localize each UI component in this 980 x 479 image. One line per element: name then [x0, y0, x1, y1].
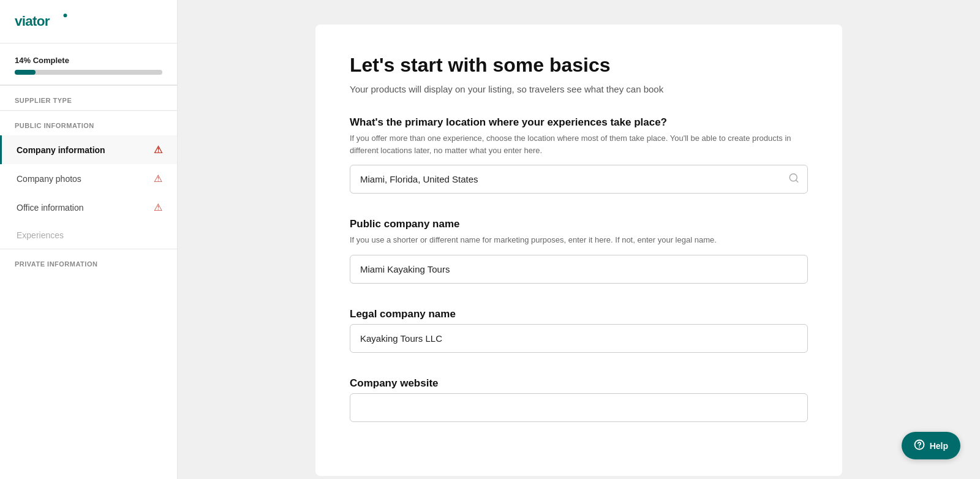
svg-text:viator: viator [15, 13, 50, 29]
location-input[interactable] [350, 165, 808, 194]
progress-bar-background [15, 70, 162, 75]
location-field-section: What's the primary location where your e… [350, 116, 808, 194]
legal-company-name-field-section: Legal company name [350, 308, 808, 353]
company-website-field-section: Company website [350, 377, 808, 422]
public-company-name-input[interactable] [350, 255, 808, 284]
warning-icon-office-information: ⚠ [154, 202, 162, 213]
company-website-input-wrapper [350, 393, 808, 422]
sidebar-item-company-information[interactable]: Company information ⚠ [0, 135, 177, 164]
sidebar: viator 14% Complete SUPPLIER TYPE PUBLIC… [0, 0, 178, 479]
sidebar-item-label-company-information: Company information [17, 145, 105, 155]
private-info-header: PRIVATE INFORMATION [0, 249, 177, 274]
main-content: Let's start with some basics Your produc… [178, 0, 980, 479]
help-button[interactable]: Help [902, 432, 960, 459]
sidebar-item-label-company-photos: Company photos [17, 174, 81, 184]
page-title: Let's start with some basics [350, 54, 808, 77]
form-card: Let's start with some basics Your produc… [315, 25, 842, 476]
svg-point-1 [64, 13, 67, 17]
public-company-name-field-section: Public company name If you use a shorter… [350, 218, 808, 284]
legal-company-name-input[interactable] [350, 324, 808, 353]
sidebar-item-office-information[interactable]: Office information ⚠ [0, 193, 177, 222]
public-info-header: PUBLIC INFORMATION [0, 111, 177, 135]
question-circle-icon [914, 439, 925, 452]
sidebar-item-label-office-information: Office information [17, 203, 83, 213]
location-field-hint: If you offer more than one experience, c… [350, 132, 808, 156]
public-company-name-input-wrapper [350, 255, 808, 284]
sidebar-item-company-photos[interactable]: Company photos ⚠ [0, 164, 177, 193]
company-website-input[interactable] [350, 393, 808, 422]
legal-company-name-label: Legal company name [350, 308, 808, 320]
sidebar-item-experiences: Experiences [0, 222, 177, 249]
location-input-wrapper [350, 165, 808, 194]
supplier-type-header: SUPPLIER TYPE [0, 86, 177, 110]
public-company-name-label: Public company name [350, 218, 808, 230]
progress-bar-fill [15, 70, 36, 75]
progress-label: 14% Complete [15, 56, 162, 65]
logo-container: viator [0, 0, 177, 43]
company-website-label: Company website [350, 377, 808, 390]
help-button-label: Help [930, 441, 948, 451]
sidebar-item-label-experiences: Experiences [17, 230, 64, 240]
progress-section: 14% Complete [0, 43, 177, 85]
viator-logo: viator [15, 12, 70, 31]
legal-company-name-input-wrapper [350, 324, 808, 353]
page-subtitle: Your products will display on your listi… [350, 84, 808, 94]
public-company-name-hint: If you use a shorter or different name f… [350, 234, 808, 246]
warning-icon-company-photos: ⚠ [154, 173, 162, 184]
location-field-label: What's the primary location where your e… [350, 116, 808, 129]
warning-icon-company-information: ⚠ [154, 144, 162, 156]
